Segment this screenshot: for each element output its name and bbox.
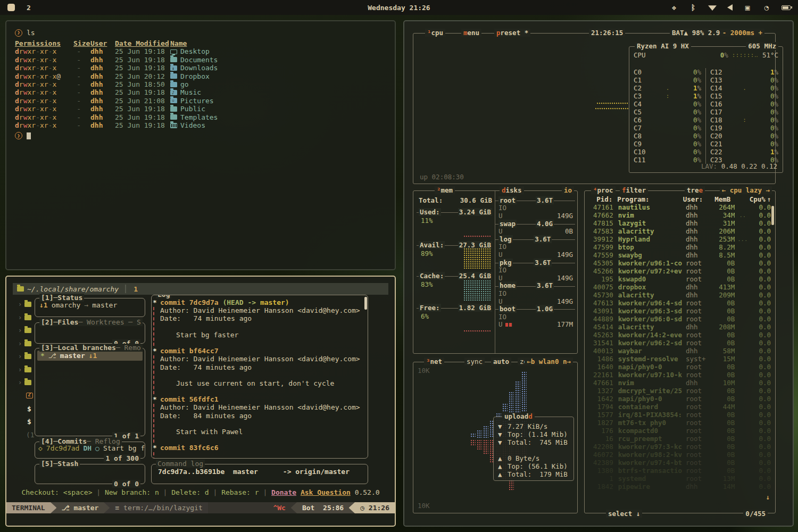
permissions: drwxr-xr-x [15,121,68,129]
process-memory: 10M [710,379,735,387]
process-memory: 44M [710,403,735,411]
process-row[interactable]: 47613 kworker/u96:4-sd root 0B 0.0 [585,299,775,307]
process-row[interactable]: 47599 btop dhh 8.2M 0.0 [585,243,775,251]
disk-size: 3.6T [536,281,554,289]
lazygit-branches-panel[interactable]: [3]─Local branches─ Remo * ⎇ master ↓1 1… [35,348,145,436]
process-row[interactable]: 1486 systemd-resolve syst+ 15M 0.0 [585,355,775,363]
tab-1[interactable]: 1 [134,285,138,293]
filter-button[interactable]: filter [620,186,648,194]
process-row[interactable]: 47661 nvim dhh 10M 0.0 [585,379,775,387]
commit-author [152,452,368,459]
log-commit[interactable]: *commit 7dc9d7a (HEAD -> master) Author:… [152,298,368,347]
process-row[interactable]: 42208 kworker/u97:3-kc root 0B 0.0 [585,443,775,451]
process-row[interactable]: 1842 pipewire dhh 14M 0.0 [585,483,775,491]
log-commit[interactable]: *commit 83fc6c6 [152,444,368,459]
process-row[interactable]: 47662 nvim dhh 34M .. 0.0 [585,211,775,219]
update-interval-control[interactable]: - 2000ms + [720,29,764,37]
lazygit-stash-panel[interactable]: [5]─Stash 0 of 0 [35,464,145,484]
net-info-title[interactable]: uploadd [502,412,535,420]
process-row[interactable]: 195 kswapd0 root 0B 0.0 [585,275,775,283]
menu-button[interactable]: menu [461,29,481,37]
process-row[interactable]: 44889 kworker/u96:0-sd root 0B 0.0 [585,315,775,323]
size: - [68,56,84,64]
process-row[interactable]: 1327 dmcrypt_write/25 root 0B 0.0 [585,387,775,395]
process-row[interactable]: 47161 nautilus dhh 264M 0.0 [585,203,775,211]
process-row[interactable]: 45263 kworker/14:2-eve root 0B 0.0 [585,331,775,339]
process-row[interactable]: 47559 swaybg dhh 8.5M 0.0 [585,251,775,259]
commit-hash: 7dc9d7ad [46,444,80,452]
process-row[interactable]: 1640 napi/phy0-0 root 0B 0.0 [585,363,775,371]
process-row[interactable]: 16 rcu_preempt root 0B 0.0 [585,435,775,443]
lazygit-command-log-panel: Command log 7dc9d7a..b3691be master -> o… [151,464,368,484]
panel-title: Log [156,295,171,298]
winbar: ~/.local/share/omarchy 1 [13,283,388,295]
process-memory: 15M [710,355,735,363]
tree-toggle-button[interactable]: tree [685,186,705,194]
ls-row: drwxr-xr-x - dhh 25 Jun 19:18 Public [15,105,386,113]
process-row[interactable]: 1794 containerd root 44M 0.0 [585,403,775,411]
process-row[interactable]: 176 kcompactd0 root 0B 0.0 [585,427,775,435]
disk-line: U 0B [498,227,573,235]
process-pid: 1642 [589,395,613,403]
net-box-title[interactable]: ³net [424,358,444,365]
branch-row-selected[interactable]: * ⎇ master ↓1 [37,351,143,361]
process-row[interactable]: 1642 napi/phy0-0 root 0B 0.0 [585,395,775,403]
process-row[interactable]: 1827 mt76-tx phy0 root 0B 0.0 [585,419,775,427]
process-row[interactable]: 40013 waybar dhh 58M 0.0 [585,347,775,355]
sort-column-switcher[interactable]: ← cpu lazy → [720,186,772,194]
lazygit-log-panel[interactable]: Log *commit 7dc9d7a (HEAD -> master) Aut… [151,295,368,459]
net-sync-button[interactable]: sync [464,358,485,365]
cpu-box-title[interactable]: ¹cpu [425,29,445,37]
net-interface-switcher[interactable]: ←b wlan0 n→ [525,358,573,365]
terminal-cursor[interactable] [27,132,31,139]
lazygit-commits-panel[interactable]: [4]─Commits─ Reflog ◇ 7dc9d7ad DH ○ Star… [35,442,145,459]
lazygit-files-panel[interactable]: [2]─Files─ Worktrees ─ S 0 of 0 [35,322,145,344]
select-hint[interactable]: select ↓ [606,510,642,518]
process-memory: 13M [710,475,735,483]
process-row[interactable]: 45305 kworker/u96:1-co root 0B 0.0 [585,259,775,267]
mem-box-title[interactable]: ²mem [435,186,455,194]
sort-direction-icon[interactable]: ↑ [767,195,771,203]
process-row[interactable]: 46072 kworker/u98:2-kv root 0B 0.0 [585,451,775,459]
mem-total: Total:30.6 GiB [419,196,492,204]
folder-icon [24,354,31,359]
process-row[interactable]: 42389 kworker/u97:4-bt root 0B 0.0 [585,459,775,467]
log-commit[interactable]: *commit bf64cc7 Author: David Heinemeier… [152,347,368,395]
disks-title[interactable]: disks [500,186,524,194]
net-auto-button[interactable]: auto [491,358,511,365]
scroll-down-indicator[interactable]: ↓ [766,493,770,501]
proc-box-title[interactable]: ⁴proc [591,186,616,194]
io-mode-button[interactable]: io [562,186,574,194]
process-row[interactable]: 40075 dropbox dhh 413M 0.0 [585,283,775,291]
process-row[interactable]: 31541 kworker/u96:2-sd root 0B 0.0 [585,339,775,347]
process-row[interactable]: 47815 lazygit dhh 31M 0.0 [585,219,775,227]
process-row[interactable]: 1380 btrfs-transactio root 0B 0.0 [585,467,775,475]
process-name: kworker/u97:4-bt [618,459,686,467]
process-row[interactable]: 43091 kworker/u96:3-sd root 0B 0.0 [585,307,775,315]
process-row[interactable]: 1 systemd root 13M 0.0 [585,475,775,483]
ask-question-link[interactable]: Ask Question [301,488,351,496]
ls-row: drwxr-xr-x - dhh 25 Jun 19:18 Documents [15,56,386,64]
battery-icon[interactable] [782,5,791,10]
process-row[interactable]: 47583 alacritty dhh 206M 0.0 [585,227,775,235]
file-name: Dropbox [180,72,210,80]
cpu-total-graph: ::::::‥ [728,52,762,58]
process-row[interactable]: 45730 alacritty dhh 209M 0.0 [585,291,775,299]
process-memory: 0B [710,259,735,267]
core-row: C20 0% [706,132,783,140]
process-row[interactable]: 45266 kworker/u97:2+ev root 0B 0.0 [585,267,775,275]
process-row[interactable]: 1577 irq/81-PIXA3854: root 0B 0.0 [585,411,775,419]
donate-link[interactable]: Donate [271,488,296,496]
lazygit-status-panel[interactable]: [1]─Status ↓1 omarchy → master [35,298,145,317]
process-row[interactable]: 39912 Hyprland dhh 253M ... 0.0 [585,235,775,243]
user: dhh [84,47,111,55]
core-row: C22 1% [706,148,783,156]
commit-date: Date: 84 minutes ago [152,412,368,420]
commit-log: *commit 7dc9d7a (HEAD -> master) Author:… [152,295,368,459]
log-commit[interactable]: *commit 56fdfc1 Author: David Heinemeier… [152,395,368,444]
process-cpu: 0.0 [751,291,771,299]
process-row[interactable]: 22161 kworker/u97:10-k root 0B 0.0 [585,371,775,379]
btop-proc-box: ⁴proc filter tree ← cpu lazy → Pid: Prog… [584,190,776,513]
preset-button[interactable]: preset * [494,29,530,37]
process-row[interactable]: 45414 alacritty dhh 208M 0.0 [585,323,775,331]
